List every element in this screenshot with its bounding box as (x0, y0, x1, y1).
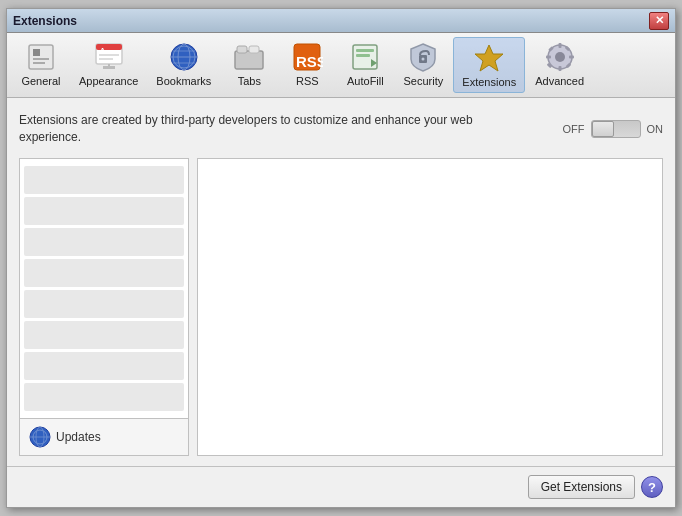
appearance-icon: A (93, 41, 125, 73)
appearance-label: Appearance (79, 75, 138, 87)
svg-rect-1 (33, 49, 40, 56)
description-row: Extensions are created by third-party de… (19, 108, 663, 150)
svg-text:A: A (100, 47, 105, 54)
svg-rect-7 (99, 54, 119, 56)
svg-rect-24 (356, 54, 370, 57)
toolbar-item-bookmarks[interactable]: Bookmarks (148, 37, 219, 93)
svg-rect-18 (237, 46, 247, 53)
autofill-label: AutoFill (347, 75, 384, 87)
svg-point-30 (555, 52, 565, 62)
svg-rect-32 (558, 66, 561, 71)
toolbar-item-general[interactable]: General (13, 37, 69, 93)
description-text: Extensions are created by third-party de… (19, 112, 499, 146)
svg-rect-19 (249, 46, 259, 53)
window-title: Extensions (13, 14, 77, 28)
svg-rect-17 (235, 51, 263, 69)
toggle-off-label: OFF (563, 123, 585, 135)
help-button[interactable]: ? (641, 476, 663, 498)
list-item[interactable] (24, 352, 184, 380)
svg-rect-10 (108, 64, 110, 67)
toolbar-item-rss[interactable]: RSS RSS (279, 37, 335, 93)
updates-label: Updates (56, 430, 101, 444)
svg-rect-33 (546, 56, 551, 59)
extensions-label: Extensions (462, 76, 516, 88)
toggle-thumb (592, 121, 614, 137)
bookmarks-icon (168, 41, 200, 73)
list-item[interactable] (24, 197, 184, 225)
toolbar-item-security[interactable]: Security (395, 37, 451, 93)
extensions-list (20, 159, 188, 418)
svg-rect-8 (99, 58, 113, 60)
list-item[interactable] (24, 166, 184, 194)
autofill-icon (349, 41, 381, 73)
panel-footer: Updates (20, 418, 188, 455)
tabs-label: Tabs (238, 75, 261, 87)
svg-rect-3 (33, 62, 45, 64)
toggle-switch[interactable] (591, 120, 641, 138)
title-bar: Extensions ✕ (7, 9, 675, 33)
panels-row: Updates (19, 158, 663, 456)
rss-label: RSS (296, 75, 319, 87)
updates-icon (28, 425, 52, 449)
svg-rect-2 (33, 58, 49, 60)
content-area: Extensions are created by third-party de… (7, 98, 675, 466)
toolbar: General A Appearance (7, 33, 675, 98)
svg-marker-28 (475, 45, 503, 71)
toolbar-item-tabs[interactable]: Tabs (221, 37, 277, 93)
advanced-icon (544, 41, 576, 73)
svg-rect-0 (29, 45, 53, 69)
svg-rect-23 (356, 49, 374, 52)
security-label: Security (403, 75, 443, 87)
svg-rect-34 (569, 56, 574, 59)
toolbar-item-appearance[interactable]: A Appearance (71, 37, 146, 93)
tabs-icon (233, 41, 265, 73)
main-window: Extensions ✕ General A (6, 8, 676, 508)
bookmarks-label: Bookmarks (156, 75, 211, 87)
extensions-icon (473, 42, 505, 74)
general-label: General (21, 75, 60, 87)
close-button[interactable]: ✕ (649, 12, 669, 30)
security-icon (407, 41, 439, 73)
left-panel: Updates (19, 158, 189, 456)
list-item[interactable] (24, 383, 184, 411)
advanced-label: Advanced (535, 75, 584, 87)
list-item[interactable] (24, 228, 184, 256)
right-panel (197, 158, 663, 456)
svg-rect-31 (558, 43, 561, 48)
list-item[interactable] (24, 290, 184, 318)
rss-icon: RSS (291, 41, 323, 73)
toggle-on-label: ON (647, 123, 664, 135)
list-item[interactable] (24, 321, 184, 349)
svg-text:RSS: RSS (296, 53, 323, 70)
toolbar-item-advanced[interactable]: Advanced (527, 37, 592, 93)
bottom-bar: Get Extensions ? (7, 466, 675, 507)
toggle-row: OFF ON (563, 120, 664, 138)
svg-point-27 (422, 58, 425, 61)
toolbar-item-extensions[interactable]: Extensions (453, 37, 525, 93)
get-extensions-button[interactable]: Get Extensions (528, 475, 635, 499)
general-icon (25, 41, 57, 73)
list-item[interactable] (24, 259, 184, 287)
toolbar-item-autofill[interactable]: AutoFill (337, 37, 393, 93)
